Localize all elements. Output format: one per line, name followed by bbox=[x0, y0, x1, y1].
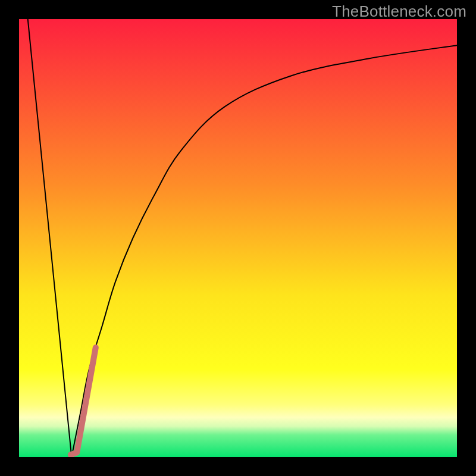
series-accent bbox=[71, 347, 96, 455]
watermark-text: TheBottleneck.com bbox=[332, 2, 466, 21]
series-layer bbox=[19, 19, 457, 457]
plot-area bbox=[19, 19, 457, 457]
series-left-slope bbox=[28, 19, 72, 457]
series-right-curve bbox=[71, 45, 457, 457]
chart-frame: TheBottleneck.com bbox=[0, 0, 476, 476]
